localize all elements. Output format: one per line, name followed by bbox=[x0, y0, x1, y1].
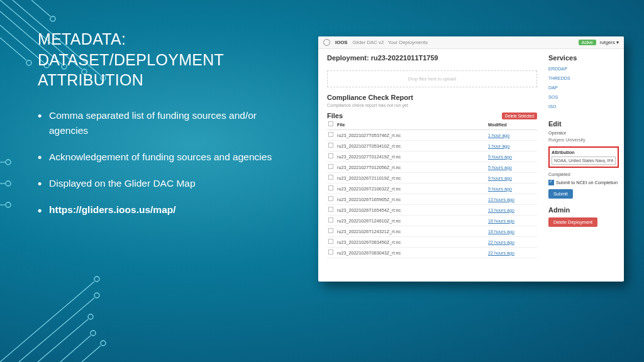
table-row: ru23_20221026T083450Z_rt.nc22 hours ago bbox=[327, 237, 537, 248]
file-modified[interactable]: 18 hours ago bbox=[487, 216, 537, 226]
file-modified[interactable]: 5 hours ago bbox=[487, 162, 537, 173]
admin-heading: Admin bbox=[548, 206, 619, 214]
screenshot-panel: IOOS Glider DAC v2 Your Deployments Acti… bbox=[318, 36, 624, 282]
ioos-logo-icon bbox=[323, 39, 330, 46]
svg-line-20 bbox=[19, 298, 94, 362]
files-heading: Files bbox=[327, 112, 343, 119]
edit-heading: Edit bbox=[548, 120, 619, 128]
services-list: ERDDAPTHREDDSDAPSOSISO bbox=[548, 64, 619, 111]
row-checkbox[interactable] bbox=[328, 207, 333, 212]
row-checkbox[interactable] bbox=[328, 217, 333, 222]
svg-point-21 bbox=[94, 293, 99, 298]
service-link[interactable]: ERDDAP bbox=[548, 64, 619, 74]
row-checkbox[interactable] bbox=[328, 228, 333, 233]
bullet-item: Comma separated list of funding sources … bbox=[38, 108, 277, 138]
deployment-title: Deployment: ru23-20221011T1759 bbox=[327, 54, 537, 62]
bullet-list: Comma separated list of funding sources … bbox=[38, 108, 277, 217]
table-row: ru23_20221026T165905Z_rt.nc13 hours ago bbox=[327, 194, 537, 205]
row-checkbox[interactable] bbox=[328, 143, 333, 148]
svg-point-27 bbox=[101, 341, 106, 346]
file-modified[interactable]: 13 hours ago bbox=[487, 194, 537, 205]
file-name: ru23_20221026T165905Z_rt.nc bbox=[336, 194, 487, 205]
file-modified[interactable]: 5 hours ago bbox=[487, 151, 537, 162]
compliance-heading: Compliance Check Report bbox=[327, 94, 537, 101]
table-row: ru23_20221027T012056Z_rt.nc5 hours ago bbox=[327, 162, 537, 173]
submit-ncei-row[interactable]: Submit to NCEI on Completion bbox=[548, 180, 619, 185]
attribution-highlight: Attribution bbox=[548, 146, 619, 168]
attribution-input[interactable] bbox=[552, 156, 616, 165]
table-row: ru23_20221026T124321Z_rt.nc18 hours ago bbox=[327, 226, 537, 237]
table-row: ru23_20221026T165454Z_rt.nc13 hours ago bbox=[327, 205, 537, 216]
status-badge: Active bbox=[579, 40, 596, 45]
svg-point-23 bbox=[88, 314, 93, 319]
row-checkbox[interactable] bbox=[328, 153, 333, 158]
file-name: ru23_20221027T012419Z_rt.nc bbox=[336, 151, 487, 162]
file-name: ru23_20221026T210632Z_rt.nc bbox=[336, 184, 487, 194]
service-link[interactable]: ISO bbox=[548, 102, 619, 111]
checkbox-all[interactable] bbox=[328, 121, 333, 126]
file-modified[interactable]: 9 hours ago bbox=[487, 184, 537, 194]
row-checkbox[interactable] bbox=[328, 164, 333, 169]
svg-line-18 bbox=[0, 282, 94, 362]
col-file: File bbox=[336, 119, 487, 130]
file-modified[interactable]: 18 hours ago bbox=[487, 226, 537, 237]
file-name: ru23_20221026T124810Z_rt.nc bbox=[336, 216, 487, 226]
svg-line-10 bbox=[31, 0, 50, 16]
col-modified: Modified bbox=[487, 119, 537, 130]
file-name: ru23_20221027T053746Z_rt.nc bbox=[336, 130, 487, 141]
svg-point-19 bbox=[94, 277, 99, 282]
operator-value: Rutgers University bbox=[548, 137, 619, 143]
completed-label: Completed bbox=[548, 172, 619, 177]
svg-line-6 bbox=[0, 38, 26, 60]
delete-deployment-button[interactable]: Delete Deployment bbox=[548, 217, 597, 227]
brand: IOOS bbox=[335, 40, 348, 45]
file-modified[interactable]: 22 hours ago bbox=[487, 237, 537, 248]
upload-dropzone[interactable]: Drop files here to upload bbox=[327, 70, 537, 87]
operator-label: Operator bbox=[548, 130, 619, 136]
user-menu[interactable]: rutgers ▾ bbox=[600, 40, 619, 45]
file-name: ru23_20221027T053410Z_rt.nc bbox=[336, 141, 487, 151]
table-row: ru23_20221027T012419Z_rt.nc5 hours ago bbox=[327, 151, 537, 162]
nav-deployments[interactable]: Your Deployments bbox=[388, 40, 428, 45]
row-checkbox[interactable] bbox=[328, 196, 333, 201]
file-name: ru23_20221026T083043Z_rt.nc bbox=[336, 248, 487, 258]
submit-button[interactable]: Submit bbox=[548, 189, 573, 199]
row-checkbox[interactable] bbox=[328, 132, 333, 137]
svg-point-25 bbox=[91, 331, 96, 336]
app-topbar: IOOS Glider DAC v2 Your Deployments Acti… bbox=[318, 36, 624, 49]
row-checkbox[interactable] bbox=[328, 185, 333, 190]
table-row: ru23_20221026T210632Z_rt.nc9 hours ago bbox=[327, 184, 537, 194]
file-modified[interactable]: 9 hours ago bbox=[487, 173, 537, 184]
svg-line-22 bbox=[38, 319, 88, 362]
service-link[interactable]: SOS bbox=[548, 92, 619, 102]
table-row: ru23_20221026T211019Z_rt.nc9 hours ago bbox=[327, 173, 537, 184]
row-checkbox[interactable] bbox=[328, 175, 333, 180]
row-checkbox[interactable] bbox=[328, 250, 333, 255]
bullet-item: Acknowledgement of funding sources and a… bbox=[38, 150, 277, 165]
service-link[interactable]: THREDDS bbox=[548, 74, 619, 83]
file-modified[interactable]: 13 hours ago bbox=[487, 205, 537, 216]
svg-point-7 bbox=[26, 60, 31, 65]
svg-line-26 bbox=[82, 346, 101, 362]
file-name: ru23_20221026T165454Z_rt.nc bbox=[336, 205, 487, 216]
checkbox-icon[interactable] bbox=[548, 180, 554, 185]
file-name: ru23_20221026T211019Z_rt.nc bbox=[336, 173, 487, 184]
files-tbody: ru23_20221027T053746Z_rt.nc1 hour agoru2… bbox=[327, 130, 537, 258]
table-row: ru23_20221027T053410Z_rt.nc1 hour ago bbox=[327, 141, 537, 151]
table-row: ru23_20221026T083043Z_rt.nc22 hours ago bbox=[327, 248, 537, 258]
row-checkbox[interactable] bbox=[328, 239, 333, 244]
svg-point-17 bbox=[6, 202, 11, 207]
table-row: ru23_20221026T124810Z_rt.nc18 hours ago bbox=[327, 216, 537, 226]
file-name: ru23_20221026T083450Z_rt.nc bbox=[336, 237, 487, 248]
file-modified[interactable]: 1 hour ago bbox=[487, 130, 537, 141]
compliance-sub: Compliance check report has not run yet bbox=[327, 102, 537, 108]
svg-point-11 bbox=[50, 16, 55, 21]
file-modified[interactable]: 22 hours ago bbox=[487, 248, 537, 258]
slide-title: METADATA: DATASET/DEPLOYMENT ATTRIBUTION bbox=[38, 29, 277, 90]
service-link[interactable]: DAP bbox=[548, 83, 619, 92]
file-modified[interactable]: 1 hour ago bbox=[487, 141, 537, 151]
delete-selected-button[interactable]: Delete Selected bbox=[502, 112, 537, 119]
files-table: File Modified ru23_20221027T053746Z_rt.n… bbox=[327, 119, 537, 258]
file-name: ru23_20221026T124321Z_rt.nc bbox=[336, 226, 487, 237]
attribution-label: Attribution bbox=[552, 150, 616, 155]
